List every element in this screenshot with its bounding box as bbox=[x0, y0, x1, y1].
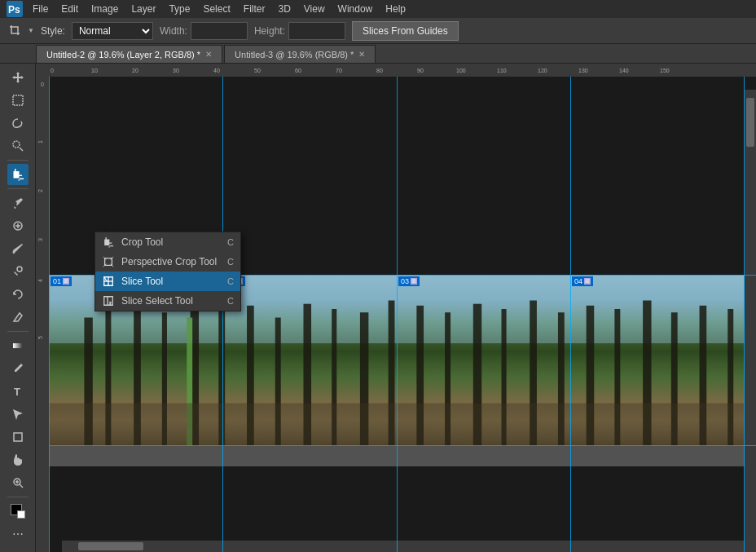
menu-layer[interactable]: Layer bbox=[125, 2, 162, 16]
svg-text:10: 10 bbox=[91, 68, 98, 73]
ctx-perspective-tool[interactable]: Perspective Crop Tool C bbox=[95, 252, 240, 272]
tab-untitled2[interactable]: Untitled-2 @ 19.6% (Layer 2, RGB/8) * ✕ bbox=[36, 45, 222, 63]
svg-text:130: 130 bbox=[578, 68, 588, 73]
width-label: Width: bbox=[160, 25, 187, 37]
path-select-btn[interactable] bbox=[7, 404, 29, 425]
tab-untitled3-close[interactable]: ✕ bbox=[358, 50, 365, 59]
marquee-tool-btn[interactable] bbox=[7, 90, 29, 111]
style-label: Style: bbox=[41, 25, 65, 37]
svg-text:20: 20 bbox=[132, 68, 138, 73]
slice-icon-04: ⊞ bbox=[584, 278, 591, 285]
svg-point-3 bbox=[13, 141, 20, 148]
quick-select-btn[interactable] bbox=[7, 135, 29, 157]
tool-preset-picker[interactable]: ▼ bbox=[7, 22, 34, 40]
brush-btn[interactable] bbox=[7, 238, 29, 259]
svg-point-8 bbox=[12, 252, 15, 254]
tool-sep-2 bbox=[7, 188, 29, 189]
menu-3d[interactable]: 3D bbox=[271, 2, 297, 16]
svg-text:140: 140 bbox=[619, 68, 629, 73]
svg-text:40: 40 bbox=[213, 68, 220, 73]
svg-point-9 bbox=[17, 267, 22, 272]
scrollbar-h-thumb[interactable] bbox=[78, 542, 143, 550]
svg-line-4 bbox=[20, 148, 23, 151]
ctx-slice-select-tool[interactable]: Slice Select Tool C bbox=[95, 291, 240, 311]
svg-text:5: 5 bbox=[37, 336, 43, 339]
tab-untitled2-close[interactable]: ✕ bbox=[205, 50, 212, 59]
slice-badge-01: 01 ⊞ bbox=[51, 276, 72, 286]
svg-rect-12 bbox=[14, 433, 22, 441]
svg-text:100: 100 bbox=[456, 68, 466, 73]
ctx-crop-label: Crop Tool bbox=[121, 236, 221, 248]
scrollbar-vertical[interactable] bbox=[745, 90, 756, 541]
canvas-viewport[interactable]: 01 ⊞ 02 ⊞ 03 ⊞ 04 ⊞ bbox=[49, 77, 756, 552]
text-btn[interactable]: T bbox=[7, 381, 29, 402]
history-btn[interactable] bbox=[7, 284, 29, 305]
height-input[interactable] bbox=[288, 22, 345, 40]
slice-icon-03: ⊞ bbox=[411, 278, 417, 285]
menu-edit[interactable]: Edit bbox=[55, 2, 85, 16]
svg-text:120: 120 bbox=[538, 68, 547, 73]
svg-rect-2 bbox=[13, 95, 23, 105]
svg-text:0: 0 bbox=[41, 82, 44, 87]
ruler-h-inner: 0 10 20 30 40 50 60 70 80 90 100 110 120… bbox=[49, 64, 756, 77]
canvas-dark-bottom bbox=[49, 466, 756, 552]
crop-tool-btn[interactable] bbox=[7, 164, 29, 185]
svg-text:4: 4 bbox=[37, 279, 43, 282]
svg-text:60: 60 bbox=[295, 68, 301, 73]
options-bar: ▼ Style: Normal Fixed Ratio Fixed Size W… bbox=[0, 18, 756, 44]
tabs-bar: Untitled-2 @ 19.6% (Layer 2, RGB/8) * ✕ … bbox=[0, 44, 756, 64]
toolbar: T bbox=[0, 64, 36, 552]
ctx-slice-tool[interactable]: Slice Tool C bbox=[95, 272, 240, 291]
guide-v-3 bbox=[397, 77, 398, 552]
hand-btn[interactable] bbox=[7, 449, 29, 470]
menu-filter[interactable]: Filter bbox=[237, 2, 272, 16]
slice-select-icon bbox=[102, 294, 115, 307]
tool-sep-1 bbox=[7, 160, 29, 161]
menu-view[interactable]: View bbox=[297, 2, 332, 16]
svg-text:3: 3 bbox=[37, 238, 43, 241]
move-tool-btn[interactable] bbox=[7, 67, 29, 88]
ctx-slice-label: Slice Tool bbox=[121, 276, 221, 287]
scrollbar-v-thumb[interactable] bbox=[746, 98, 754, 147]
lasso-tool-btn[interactable] bbox=[7, 113, 29, 134]
slices-from-guides-button[interactable]: Slices From Guides bbox=[352, 21, 459, 41]
clone-stamp-btn[interactable] bbox=[7, 261, 29, 282]
svg-text:50: 50 bbox=[254, 68, 261, 73]
svg-text:0: 0 bbox=[51, 68, 54, 73]
foreground-color-btn[interactable] bbox=[7, 501, 29, 522]
svg-text:2: 2 bbox=[37, 189, 43, 192]
style-select[interactable]: Normal Fixed Ratio Fixed Size bbox=[72, 22, 153, 40]
zoom-btn[interactable] bbox=[7, 472, 29, 493]
menu-file[interactable]: File bbox=[26, 2, 55, 16]
width-input[interactable] bbox=[191, 22, 248, 40]
more-tools-btn[interactable]: ⋯ bbox=[7, 523, 29, 545]
crop-icon bbox=[102, 236, 115, 249]
menu-image[interactable]: Image bbox=[85, 2, 125, 16]
tab-untitled3[interactable]: Untitled-3 @ 19.6% (RGB/8) * ✕ bbox=[224, 45, 376, 63]
menu-help[interactable]: Help bbox=[379, 2, 412, 16]
slice-badge-03: 03 ⊞ bbox=[398, 276, 420, 286]
ctx-slice-select-shortcut: C bbox=[227, 296, 234, 306]
guide-v-5 bbox=[744, 77, 745, 552]
eraser-btn[interactable] bbox=[7, 307, 29, 328]
menu-type[interactable]: Type bbox=[162, 2, 196, 16]
gradient-btn[interactable] bbox=[7, 335, 29, 356]
shape-btn[interactable] bbox=[7, 426, 29, 448]
healing-btn[interactable] bbox=[7, 215, 29, 236]
menu-window[interactable]: Window bbox=[332, 2, 380, 16]
svg-text:150: 150 bbox=[660, 68, 670, 73]
svg-line-14 bbox=[20, 484, 23, 488]
menu-select[interactable]: Select bbox=[196, 2, 236, 16]
tab-untitled2-label: Untitled-2 @ 19.6% (Layer 2, RGB/8) * bbox=[46, 50, 200, 60]
eyedropper-btn[interactable] bbox=[7, 192, 29, 214]
perspective-icon bbox=[102, 255, 115, 268]
slice-icon-01: ⊞ bbox=[63, 278, 69, 285]
ctx-crop-tool[interactable]: Crop Tool C bbox=[95, 232, 240, 252]
guide-v-4 bbox=[570, 77, 571, 552]
tool-preset-arrow[interactable]: ▼ bbox=[28, 27, 34, 34]
ctx-perspective-shortcut: C bbox=[227, 257, 234, 267]
height-label: Height: bbox=[254, 25, 285, 37]
scrollbar-horizontal[interactable] bbox=[62, 541, 756, 552]
pen-btn[interactable] bbox=[7, 358, 29, 379]
svg-text:110: 110 bbox=[497, 68, 507, 73]
